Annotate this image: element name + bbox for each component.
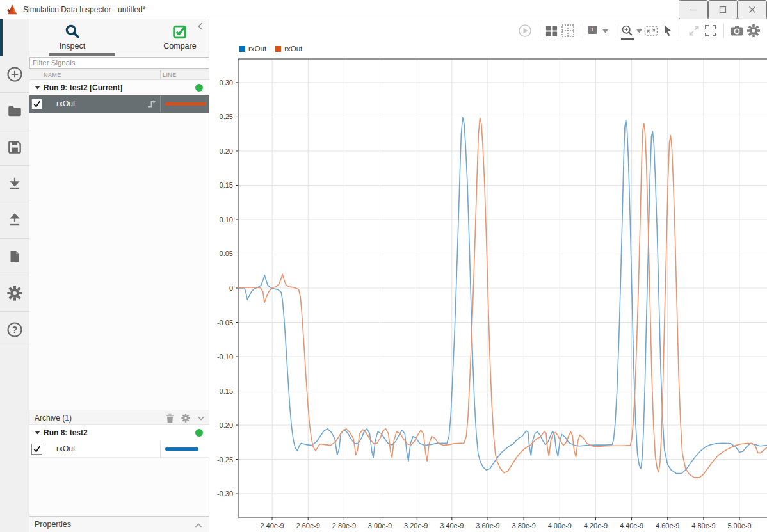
signal-name: rxOut <box>56 99 75 108</box>
x-tick-label: 3.00e-9 <box>368 522 392 529</box>
toolbar-separator <box>615 24 615 38</box>
column-name: NAME <box>44 72 61 78</box>
preferences-gear-icon <box>6 284 24 302</box>
signal-table-header: NAME LINE <box>29 69 209 80</box>
gear-icon[interactable] <box>181 413 191 423</box>
toolbar-separator <box>538 24 538 38</box>
trash-icon[interactable] <box>165 413 175 423</box>
pan-diagonal-button[interactable] <box>686 22 702 39</box>
tab-compare[interactable]: Compare <box>142 22 218 51</box>
signal-row-selected[interactable]: rxOut <box>29 95 209 113</box>
add-circle-icon <box>6 65 24 83</box>
chevron-up-icon[interactable] <box>194 522 203 528</box>
minimize-icon <box>690 6 697 13</box>
legend-label: rxOut <box>248 45 266 52</box>
window-title: Simulation Data Inspector - untitled* <box>23 5 145 14</box>
zoom-in-button[interactable] <box>620 22 643 39</box>
pointer-icon <box>661 24 675 38</box>
pan-diagonal-icon <box>687 24 701 38</box>
x-tick-label: 4.40e-9 <box>620 522 643 529</box>
active-tab-underline <box>49 53 115 56</box>
run-title: Run 8: test2 <box>44 428 88 437</box>
filter-signals-input[interactable] <box>29 57 209 69</box>
help-button[interactable]: ? <box>0 312 29 348</box>
x-tick-label: 3.80e-9 <box>512 522 535 529</box>
layout-count-icon: 1 <box>588 26 597 34</box>
collapse-sidebar-button[interactable] <box>196 22 206 32</box>
title-bar: Simulation Data Inspector - untitled* <box>0 0 767 19</box>
x-tick-label: 4.60e-9 <box>656 522 679 529</box>
zoom-in-icon <box>620 24 634 38</box>
x-tick-label: 3.20e-9 <box>404 522 428 529</box>
y-tick-label: -0.05 <box>217 319 233 326</box>
active-mode-underline <box>621 38 634 40</box>
new-run-button[interactable] <box>0 56 29 93</box>
y-tick-label: 0 <box>229 284 233 292</box>
fit-to-view-button[interactable] <box>643 22 659 39</box>
snapshot-button[interactable] <box>729 22 745 39</box>
signal-checkbox[interactable] <box>31 99 42 109</box>
create-report-button[interactable] <box>0 239 29 275</box>
signals-sidebar: Inspect Compare NAME <box>29 19 209 532</box>
layout-count-button[interactable]: 1 <box>586 22 610 39</box>
row-divider <box>160 96 161 112</box>
caret-down-icon[interactable] <box>35 431 40 435</box>
checkmark-icon <box>33 100 41 108</box>
x-tick-label: 4.20e-9 <box>584 522 608 529</box>
pointer-mode-button[interactable] <box>659 22 676 39</box>
legend-label: rxOut <box>284 45 302 52</box>
y-tick-label: -0.25 <box>217 456 233 463</box>
close-icon <box>748 6 756 13</box>
subplot-grid-button[interactable] <box>560 22 576 39</box>
save-button[interactable] <box>0 129 29 166</box>
signal-checkbox[interactable] <box>31 444 42 455</box>
tab-inspect-label: Inspect <box>35 42 110 51</box>
subplot-grid-icon <box>561 24 575 38</box>
archive-label: Archive (1) <box>35 414 72 423</box>
close-button[interactable] <box>738 0 767 19</box>
x-tick-label: 2.80e-9 <box>332 522 356 529</box>
y-tick-label: 0.20 <box>220 147 233 155</box>
signal-chart[interactable]: -0.30-0.25-0.20-0.15-0.10-0.0500.050.100… <box>209 42 767 532</box>
x-tick-label: 4.80e-9 <box>691 522 715 529</box>
run-title: Run 9: test2 [Current] <box>44 83 122 92</box>
chevron-down-icon[interactable] <box>197 414 206 423</box>
signal-row-archived[interactable]: rxOut <box>29 440 209 458</box>
tab-inspect[interactable]: Inspect <box>35 22 110 51</box>
y-tick-label: 0.25 <box>220 113 233 120</box>
signal-trace-1[interactable] <box>238 118 767 478</box>
snapshot-camera-icon <box>729 23 745 38</box>
app-window: Simulation Data Inspector - untitled* <box>0 0 767 532</box>
export-button[interactable] <box>0 202 29 239</box>
plot-settings-button[interactable] <box>745 22 762 39</box>
import-button[interactable] <box>0 166 29 202</box>
replay-icon <box>517 23 533 38</box>
y-tick-label: -0.30 <box>217 490 233 497</box>
maximize-button[interactable] <box>708 0 738 19</box>
legend-swatch <box>275 46 281 52</box>
layout-grid-button[interactable] <box>543 22 560 39</box>
fullscreen-button[interactable] <box>702 22 719 39</box>
x-tick-label: 2.60e-9 <box>296 522 320 529</box>
tab-compare-label: Compare <box>142 42 218 51</box>
caret-down-icon[interactable] <box>35 86 40 90</box>
replay-button[interactable] <box>517 22 533 39</box>
signal-trace-0[interactable] <box>238 118 767 474</box>
matlab-logo <box>6 4 18 15</box>
legend-swatch <box>239 46 245 52</box>
run-row-current[interactable]: Run 9: test2 [Current] <box>29 80 209 95</box>
y-tick-label: -0.10 <box>217 353 233 360</box>
y-tick-label: 0.15 <box>220 181 233 189</box>
plot-region[interactable]: rxOutrxOut -0.30-0.25-0.20-0.15-0.10-0.0… <box>209 42 767 532</box>
green-check-icon <box>172 24 188 40</box>
maximize-icon <box>719 6 727 13</box>
preferences-button[interactable] <box>0 275 29 312</box>
archive-header[interactable]: Archive (1) <box>29 410 209 425</box>
column-line: LINE <box>163 72 177 78</box>
open-button[interactable] <box>0 93 29 129</box>
minimize-button[interactable] <box>679 0 708 19</box>
run-row-archived[interactable]: Run 8: test2 <box>29 425 209 440</box>
import-icon <box>6 175 23 192</box>
properties-bar[interactable]: Properties <box>29 516 209 532</box>
fit-to-view-icon <box>643 23 659 38</box>
